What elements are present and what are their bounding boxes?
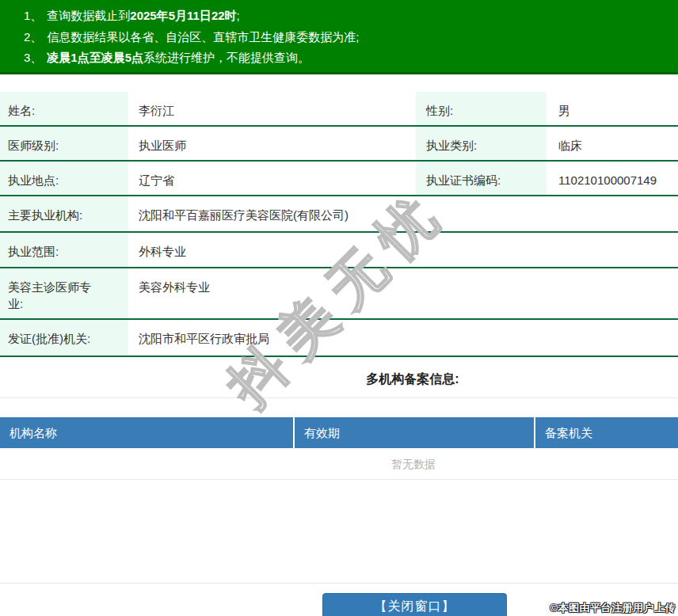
query-result-page: 1、 查询数据截止到2025年5月11日22时; 2、 信息数据结果以各省、自治… bbox=[0, 0, 678, 616]
footer-divider bbox=[0, 583, 678, 584]
notice-item: 3、 凌晨1点至凌晨5点系统进行维护，不能提供查询。 bbox=[24, 48, 670, 69]
field-label-practice-category: 执业类别: bbox=[416, 127, 547, 160]
notice-text: 信息数据结果以各省、自治区、直辖市卫生健康委数据为准; bbox=[47, 27, 359, 48]
table-row: 主要执业机构: 沈阳和平百嘉丽医疗美容医院(有限公司) bbox=[0, 196, 678, 233]
table-row: 执业地点: 辽宁省 执业证书编码: 110210100007149 bbox=[0, 162, 678, 196]
notice-text-pre: 信息数据结果以各省、自治区、直辖市卫生健康委数据为准; bbox=[47, 30, 359, 44]
field-label-gender: 性别: bbox=[416, 92, 547, 125]
table-row: 姓名: 李衍江 性别: 男 bbox=[0, 92, 678, 127]
empty-data-row: 暂无数据 bbox=[0, 448, 678, 480]
field-label-issuing-authority: 发证(批准)机关: bbox=[0, 320, 128, 356]
field-label-practice-location: 执业地点: bbox=[0, 162, 128, 195]
notice-number: 1、 bbox=[24, 6, 42, 27]
notice-text: 凌晨1点至凌晨5点系统进行维护，不能提供查询。 bbox=[47, 48, 310, 69]
filing-table: 机构名称 有效期 备案机关 暂无数据 bbox=[0, 417, 678, 480]
notice-text: 查询数据截止到2025年5月11日22时; bbox=[47, 6, 239, 27]
field-label-cosmetic-specialty: 美容主诊医师专业: bbox=[0, 268, 128, 318]
field-value-cosmetic-specialty: 美容外科专业 bbox=[128, 268, 678, 318]
field-label-name: 姓名: bbox=[0, 92, 128, 125]
field-label-main-institution: 主要执业机构: bbox=[0, 196, 128, 231]
filing-table-header: 机构名称 有效期 备案机关 bbox=[0, 417, 678, 448]
field-label-practice-scope: 执业范围: bbox=[0, 233, 128, 267]
table-row: 医师级别: 执业医师 执业类别: 临床 bbox=[0, 127, 678, 162]
upload-credit-watermark: ©本图由平台注册用户上传 bbox=[550, 601, 676, 615]
field-value-main-institution: 沈阳和平百嘉丽医疗美容医院(有限公司) bbox=[128, 196, 678, 231]
notice-number: 2、 bbox=[24, 27, 42, 48]
section-divider bbox=[0, 397, 678, 398]
notice-text-bold: 2025年5月11日22时 bbox=[130, 9, 236, 22]
column-header-institution-name: 机构名称 bbox=[0, 417, 295, 448]
table-row: 发证(批准)机关: 沈阳市和平区行政审批局 bbox=[0, 320, 678, 357]
field-value-name: 李衍江 bbox=[128, 92, 416, 125]
column-header-validity-period: 有效期 bbox=[295, 417, 535, 448]
field-value-certificate-number: 110210100007149 bbox=[547, 162, 678, 195]
column-header-filing-authority: 备案机关 bbox=[535, 417, 678, 448]
notice-item: 2、 信息数据结果以各省、自治区、直辖市卫生健康委数据为准; bbox=[24, 27, 670, 48]
practitioner-info-table: 姓名: 李衍江 性别: 男 医师级别: 执业医师 执业类别: 临床 执业地点: … bbox=[0, 92, 678, 357]
notice-text-post: 系统进行维护，不能提供查询。 bbox=[143, 51, 310, 64]
notice-number: 3、 bbox=[24, 48, 42, 69]
notice-text-post: ; bbox=[237, 9, 240, 22]
notice-text-bold: 凌晨1点至凌晨5点 bbox=[47, 51, 143, 64]
table-row: 美容主诊医师专业: 美容外科专业 bbox=[0, 268, 678, 320]
field-value-doctor-level: 执业医师 bbox=[128, 127, 416, 160]
empty-data-text: 暂无数据 bbox=[391, 458, 436, 470]
field-value-issuing-authority: 沈阳市和平区行政审批局 bbox=[128, 320, 678, 356]
field-value-practice-scope: 外科专业 bbox=[128, 233, 678, 267]
field-value-gender: 男 bbox=[547, 92, 678, 125]
notice-banner: 1、 查询数据截止到2025年5月11日22时; 2、 信息数据结果以各省、自治… bbox=[0, 0, 678, 74]
notice-item: 1、 查询数据截止到2025年5月11日22时; bbox=[24, 6, 670, 27]
table-row: 执业范围: 外科专业 bbox=[0, 233, 678, 268]
multi-institution-section-title: 多机构备案信息: bbox=[74, 371, 678, 386]
notice-text-pre: 查询数据截止到 bbox=[47, 9, 130, 22]
field-label-doctor-level: 医师级别: bbox=[0, 127, 128, 160]
field-label-certificate-number: 执业证书编码: bbox=[416, 162, 547, 195]
field-value-practice-location: 辽宁省 bbox=[128, 162, 416, 195]
field-value-practice-category: 临床 bbox=[547, 127, 678, 160]
close-window-button[interactable]: 【关闭窗口】 bbox=[322, 593, 507, 616]
